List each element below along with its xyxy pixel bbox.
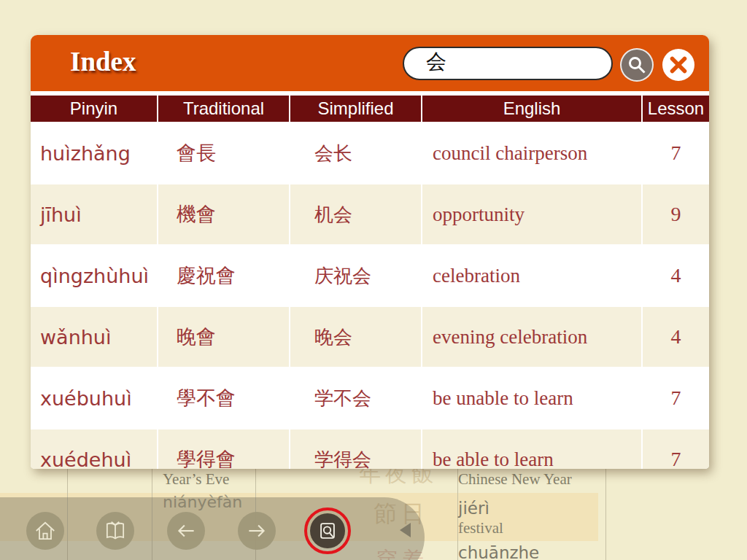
table-row[interactable]: huìzhǎng 會長 会长 council chairperson 7	[31, 123, 709, 183]
row-pinyin: xuébuhuì	[31, 368, 157, 428]
row-traditional: 晚會	[158, 307, 289, 367]
row-pinyin: wǎnhuì	[31, 307, 157, 367]
column-header-traditional: Traditional	[158, 96, 289, 122]
column-header-lesson: Lesson	[643, 96, 709, 122]
back-button[interactable]	[167, 512, 205, 550]
index-table-header: Pinyin Traditional Simplified English Le…	[31, 96, 709, 122]
book-icon	[103, 518, 128, 543]
home-button[interactable]	[26, 512, 64, 550]
row-traditional: 慶祝會	[158, 246, 289, 306]
background-entry-jieri: jiérì	[458, 499, 489, 518]
row-simplified: 晚会	[290, 307, 421, 367]
row-pinyin: xuédehuì	[31, 429, 157, 469]
index-search-button[interactable]	[310, 513, 345, 548]
table-row[interactable]: wǎnhuì 晚會 晚会 evening celebration 4	[31, 307, 709, 367]
table-row[interactable]: xuébuhuì 學不會 学不会 be unable to learn 7	[31, 368, 709, 428]
row-lesson: 7	[643, 429, 709, 469]
background-entry-chinese-new-year: Chinese New Year	[458, 470, 572, 489]
row-simplified: 学不会	[290, 368, 421, 428]
row-pinyin: jīhuì	[31, 184, 157, 244]
close-icon	[662, 49, 694, 81]
book-button[interactable]	[96, 512, 134, 550]
row-traditional: 學不會	[158, 368, 289, 428]
row-english: council chairperson	[422, 123, 641, 183]
row-english: be able to learn	[422, 429, 641, 469]
search-input[interactable]	[403, 47, 613, 80]
row-lesson: 4	[643, 307, 709, 367]
row-lesson: 7	[643, 123, 709, 183]
row-simplified: 机会	[290, 184, 421, 244]
index-table-body: huìzhǎng 會長 会长 council chairperson 7 jīh…	[31, 123, 709, 469]
row-simplified: 庆祝会	[290, 246, 421, 306]
back-arrow-icon	[174, 518, 198, 543]
search-button[interactable]	[620, 48, 654, 82]
table-row[interactable]: xuédehuì 學得會 学得会 be able to learn 7	[31, 429, 709, 469]
column-header-pinyin: Pinyin	[31, 96, 157, 122]
row-lesson: 4	[643, 246, 709, 306]
table-row[interactable]: qìngzhùhuì 慶祝會 庆祝会 celebration 4	[31, 246, 709, 306]
toolbar-collapse-handle[interactable]	[400, 523, 411, 537]
forward-button[interactable]	[238, 512, 276, 550]
home-icon	[33, 518, 58, 543]
row-pinyin: qìngzhùhuì	[31, 246, 157, 306]
index-search-active-ring	[304, 508, 351, 554]
row-lesson: 9	[643, 184, 709, 244]
index-dialog-header: Index	[31, 35, 709, 91]
row-traditional: 學得會	[158, 429, 289, 469]
row-simplified: 学得会	[290, 429, 421, 469]
row-traditional: 會長	[158, 123, 289, 183]
close-button[interactable]	[662, 49, 694, 81]
forward-arrow-icon	[244, 518, 269, 543]
row-english: opportunity	[422, 184, 641, 244]
row-lesson: 7	[643, 368, 709, 428]
bottom-toolbar	[0, 497, 425, 560]
background-entry-festival: festival	[458, 519, 503, 537]
row-simplified: 会长	[290, 123, 421, 183]
row-english: celebration	[422, 246, 641, 306]
row-pinyin: huìzhǎng	[31, 123, 157, 183]
background-entry-years-eve: Year’s Eve	[163, 470, 229, 489]
background-entry-chuanzhe: chuānzhe	[458, 543, 539, 560]
index-dialog: Index Pinyin Traditional Simplified Engl…	[31, 35, 709, 469]
table-row[interactable]: jīhuì 機會 机会 opportunity 9	[31, 184, 709, 244]
background-table-line	[605, 467, 606, 560]
dialog-title: Index	[70, 46, 136, 77]
column-header-simplified: Simplified	[290, 96, 421, 122]
column-header-english: English	[422, 96, 641, 122]
row-english: be unable to learn	[422, 368, 641, 428]
row-traditional: 機會	[158, 184, 289, 244]
row-english: evening celebration	[422, 307, 641, 367]
search-icon	[626, 54, 648, 76]
index-search-icon	[317, 520, 338, 542]
